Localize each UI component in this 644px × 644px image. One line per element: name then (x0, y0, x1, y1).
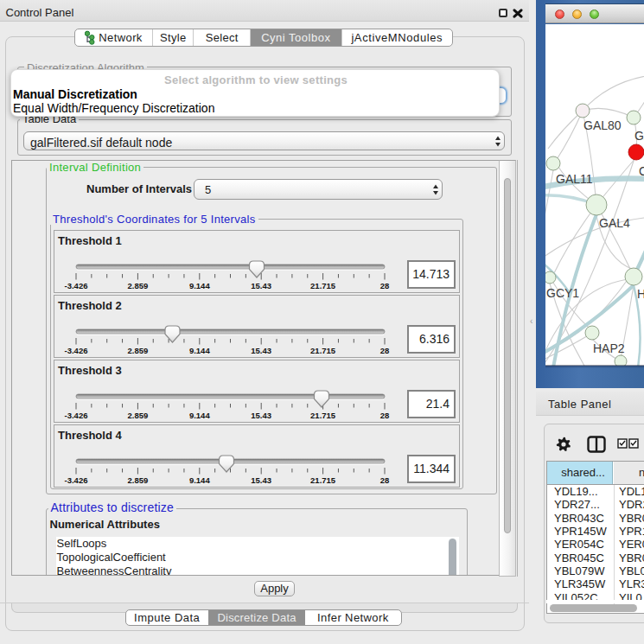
svg-text:15.43: 15.43 (251, 475, 271, 485)
svg-text:GAL80: GAL80 (583, 118, 622, 132)
svg-text:HAP2: HAP2 (593, 341, 625, 355)
svg-text:GAL11: GAL11 (556, 172, 593, 186)
svg-text:21.715: 21.715 (310, 411, 336, 420)
svg-text:28: 28 (380, 475, 390, 485)
svg-text:15.43: 15.43 (251, 411, 271, 420)
svg-text:15.43: 15.43 (251, 281, 271, 290)
svg-text:21.715: 21.715 (310, 346, 336, 355)
svg-text:2.859: 2.859 (128, 281, 149, 290)
svg-text:GA: GA (634, 129, 644, 143)
svg-text:15.43: 15.43 (251, 346, 271, 355)
svg-text:21.715: 21.715 (310, 475, 336, 485)
svg-text:H: H (637, 287, 644, 301)
svg-text:GAL4: GAL4 (599, 216, 630, 230)
svg-text:GCY1: GCY1 (546, 286, 579, 300)
svg-text:9.144: 9.144 (189, 346, 210, 355)
svg-text:21.715: 21.715 (310, 281, 336, 290)
svg-text:-3.426: -3.426 (65, 281, 88, 290)
svg-text:28: 28 (380, 281, 390, 290)
svg-text:2.859: 2.859 (128, 346, 149, 355)
svg-text:9.144: 9.144 (189, 411, 210, 420)
svg-text:-3.426: -3.426 (65, 346, 88, 355)
svg-text:-3.426: -3.426 (65, 475, 88, 485)
svg-text:2.859: 2.859 (128, 411, 149, 420)
svg-text:CY: CY (639, 164, 644, 178)
svg-text:9.144: 9.144 (189, 281, 210, 290)
svg-text:9.144: 9.144 (189, 475, 210, 485)
svg-text:28: 28 (380, 346, 390, 355)
svg-text:2.859: 2.859 (128, 475, 149, 485)
svg-text:28: 28 (380, 411, 390, 420)
svg-text:-3.426: -3.426 (65, 411, 88, 420)
